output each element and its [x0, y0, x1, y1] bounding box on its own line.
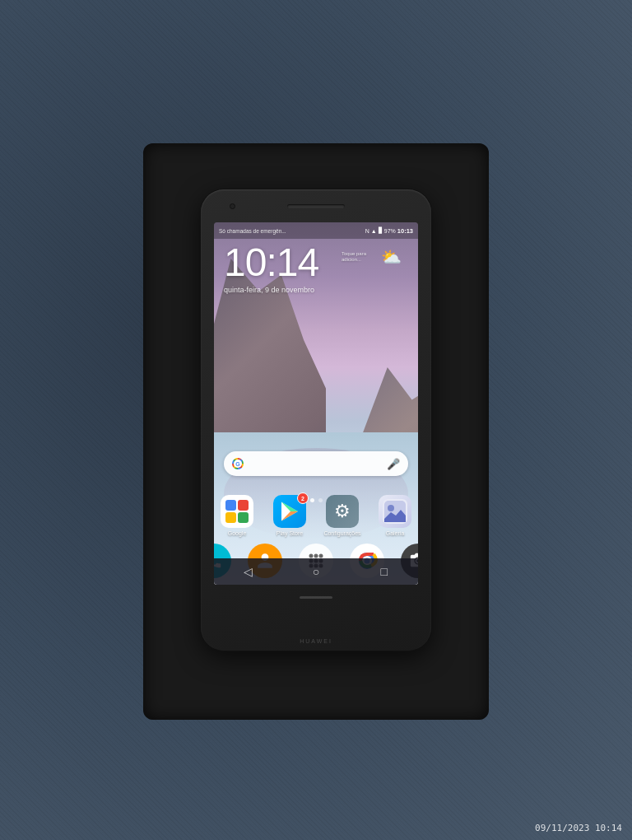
huawei-logo: HUAWEI — [300, 638, 332, 644]
phone-screen[interactable]: Só chamadas de emergên... N ▲ ▊ 97% 10:1… — [214, 222, 418, 585]
status-wifi-icon: ▲ — [371, 228, 377, 234]
status-time: 10:13 — [397, 227, 413, 235]
status-bar: Só chamadas de emergên... N ▲ ▊ 97% 10:1… — [214, 222, 418, 239]
weather-icon: ⛅ — [381, 247, 402, 267]
google-search-bar[interactable]: G 🎤 — [224, 451, 408, 476]
mic-icon[interactable]: 🎤 — [387, 458, 400, 470]
google-g-letter: G — [234, 460, 242, 468]
google-label: Google — [228, 530, 247, 536]
page-dot-2 — [318, 498, 323, 502]
galeria-label: Galeria — [386, 530, 405, 536]
weather-widget[interactable]: Toque para adicion... ⛅ — [342, 247, 402, 267]
status-emergency-text: Só chamadas de emergên... — [219, 228, 365, 234]
page-dot-1 — [310, 498, 314, 502]
front-camera — [230, 203, 235, 209]
nav-back-button[interactable]: ◁ — [235, 562, 260, 581]
clock-date: quinta-feira, 9 de novembro — [224, 286, 318, 294]
google-g-logo: G — [232, 458, 244, 469]
speaker-grille — [287, 204, 345, 208]
status-right: N ▲ ▊ 97% 10:13 — [365, 227, 413, 235]
gear-icon: ⚙ — [334, 501, 351, 522]
nav-recents-button[interactable]: □ — [372, 562, 397, 581]
status-nfc-icon: N — [365, 228, 369, 234]
svg-point-2 — [388, 505, 394, 511]
clock-time: 10:14 — [224, 243, 318, 282]
svg-point-4 — [309, 554, 314, 558]
status-battery-text: 97% — [384, 228, 396, 234]
home-indicator — [300, 596, 332, 599]
status-battery-icon: ▊ — [379, 227, 383, 234]
phone-top — [201, 189, 431, 222]
playstore-label: Play Store — [276, 530, 303, 536]
photo-timestamp: 09/11/2023 10:14 — [535, 823, 622, 833]
scene: Só chamadas de emergên... N ▲ ▊ 97% 10:1… — [201, 189, 431, 651]
phone-device: Só chamadas de emergên... N ▲ ▊ 97% 10:1… — [201, 189, 431, 651]
phone-bottom — [201, 585, 431, 609]
nav-bar: ◁ ○ □ — [214, 558, 418, 585]
page-dots — [214, 498, 418, 502]
settings-label: Configurações — [323, 530, 360, 536]
weather-hint: Toque para adicion... — [342, 251, 379, 263]
nav-home-button[interactable]: ○ — [304, 562, 328, 581]
svg-point-5 — [314, 554, 318, 558]
svg-point-6 — [319, 554, 323, 558]
clock-area: 10:14 quinta-feira, 9 de novembro Toque … — [224, 243, 408, 294]
